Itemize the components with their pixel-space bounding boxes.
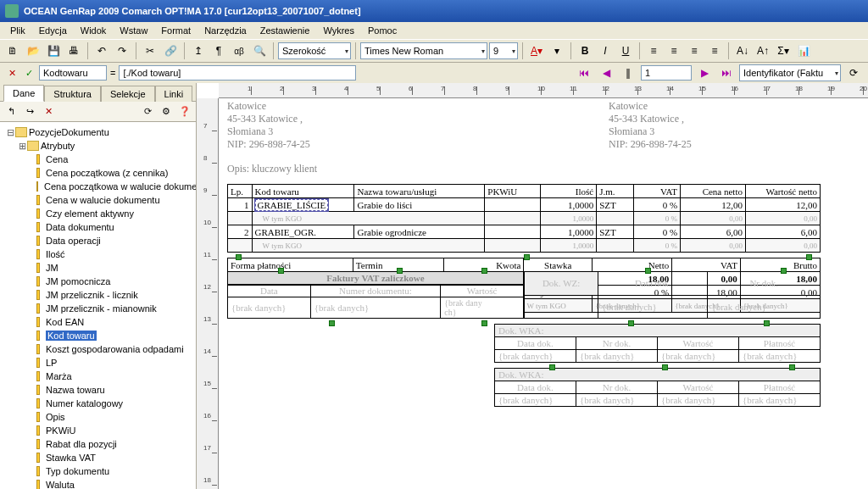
tree-item[interactable]: Cena [2, 153, 194, 166]
fontsize-dropdown[interactable]: 9 [489, 42, 518, 59]
tree-item[interactable]: Cena w walucie dokumentu [2, 193, 194, 207]
save-all-icon[interactable]: 🖶 [64, 42, 83, 60]
tree-item[interactable]: Waluta [2, 478, 194, 489]
tree-item[interactable]: Typ dokumentu [2, 464, 194, 478]
arrow-up-icon[interactable]: ↥ [189, 42, 208, 60]
document-area[interactable]: Katowice 45-343 Katowice , Słomiana 3 NI… [219, 98, 868, 489]
align-right-icon[interactable]: ≡ [685, 42, 704, 60]
nav-next-icon[interactable]: ▶ [695, 64, 714, 82]
menu-zestawienie[interactable]: Zestawienie [253, 24, 317, 37]
tree-x-icon[interactable]: ✕ [41, 104, 56, 119]
tree-up-icon[interactable]: ↰ [3, 104, 19, 119]
menu-wstaw[interactable]: Wstaw [113, 24, 154, 37]
dok-wz-table: Dok. WZ: Data dok. Nr dok. {brak danych}… [524, 271, 821, 319]
chart-icon[interactable]: 📊 [794, 42, 813, 60]
fields-tree[interactable]: ⊟PozycjeDokumentu⊞AtrybutyCenaCena począ… [0, 122, 196, 489]
col-jm: J.m. [597, 185, 634, 198]
menu-plik[interactable]: Plik [3, 24, 32, 37]
tree-item[interactable]: PKWiU [2, 424, 194, 437]
fill-color-icon[interactable]: ▾ [548, 42, 566, 60]
item-kgo-row: W tym KGO1,00000 %0,000,00 [228, 212, 821, 225]
zoom-dropdown[interactable]: Szerokość [278, 42, 351, 59]
new-icon[interactable]: 🗎 [3, 42, 22, 60]
fvz-title: Faktury VAT zaliczkowe [228, 272, 524, 285]
tree-item[interactable]: JM przelicznik - mianownik [2, 302, 194, 315]
pilcrow-icon[interactable]: ¶ [209, 42, 228, 60]
item-row: 1GRABIE_LIŚCIEGrabie do liści1,0000SZT0 … [228, 198, 821, 212]
app-icon [5, 4, 19, 18]
tree-gear-icon[interactable]: ⚙ [159, 104, 174, 119]
font-dropdown[interactable]: Times New Roman [360, 42, 487, 59]
tree-item[interactable]: Cena początkowa w walucie dokumentu [2, 180, 194, 193]
menu-wykres[interactable]: Wykres [316, 24, 361, 37]
formula-name-input[interactable] [39, 65, 107, 81]
tab-struktura[interactable]: Struktura [44, 86, 101, 102]
align-left-icon[interactable]: ≡ [644, 42, 663, 60]
tree-item[interactable]: Data dokumentu [2, 220, 194, 234]
zoom-icon[interactable]: 🔍 [250, 42, 269, 60]
tree-item[interactable]: Cena początkowa (z cennika) [2, 166, 194, 180]
nav-stop-icon[interactable]: ‖ [619, 64, 637, 82]
tree-item[interactable]: Kod towaru [2, 329, 194, 342]
tree-item[interactable]: JM pomocnicza [2, 275, 194, 288]
tree-item[interactable]: Kod EAN [2, 315, 194, 329]
tree-item[interactable]: Numer katalogowy [2, 397, 194, 410]
save-icon[interactable]: 💾 [44, 42, 63, 60]
tree-item[interactable]: Stawka VAT [2, 451, 194, 464]
items-table: Lp. Kod towaru Nazwa towaru/usługi PKWiU… [227, 184, 821, 253]
tree-help-icon[interactable]: ❓ [177, 104, 192, 119]
tab-linki[interactable]: Linki [155, 86, 193, 102]
tree-item[interactable]: JM [2, 261, 194, 275]
accept-formula-icon[interactable]: ✓ [22, 68, 36, 79]
nav-last-icon[interactable]: ⏭ [717, 64, 736, 82]
link-icon[interactable]: 🔗 [161, 42, 180, 60]
tree-item[interactable]: Koszt gospodarowania odpadami [2, 342, 194, 356]
cut-icon[interactable]: ✂ [141, 42, 159, 60]
identifier-dropdown[interactable]: Identyfikator (Faktu [739, 64, 841, 81]
sum-icon[interactable]: Σ▾ [774, 42, 793, 60]
align-justify-icon[interactable]: ≡ [705, 42, 724, 60]
col-wart: Wartość netto [746, 185, 821, 198]
italic-icon[interactable]: I [596, 42, 615, 60]
cancel-formula-icon[interactable]: ✕ [5, 68, 19, 79]
underline-icon[interactable]: U [616, 42, 635, 60]
menu-pomoc[interactable]: Pomoc [361, 24, 403, 37]
menu-edycja[interactable]: Edycja [32, 24, 74, 37]
col-nazwa: Nazwa towaru/usługi [354, 185, 485, 198]
menu-widok[interactable]: Widok [74, 24, 114, 37]
sort-asc-icon[interactable]: A↓ [733, 42, 752, 60]
formula-expr-input[interactable] [119, 65, 356, 81]
nav-pos-input[interactable] [641, 65, 692, 81]
tree-item[interactable]: Data operacji [2, 234, 194, 247]
alpha-beta-icon[interactable]: αβ [230, 42, 248, 60]
tree-item[interactable]: Rabat dla pozycji [2, 437, 194, 451]
tree-item[interactable]: JM przelicznik - licznik [2, 288, 194, 302]
tab-selekcje[interactable]: Selekcje [101, 86, 155, 102]
bold-icon[interactable]: B [576, 42, 594, 60]
menu-format[interactable]: Format [154, 24, 198, 37]
align-center-icon[interactable]: ≡ [665, 42, 683, 60]
tree-item[interactable]: Marża [2, 370, 194, 383]
undo-icon[interactable]: ↶ [92, 42, 111, 60]
open-icon[interactable]: 📂 [24, 42, 42, 60]
nav-prev-icon[interactable]: ◀ [597, 64, 615, 82]
sort-desc-icon[interactable]: A↑ [754, 42, 772, 60]
report-canvas: 1234567891011121314151617181920 78910111… [197, 83, 868, 489]
tab-dane[interactable]: Dane [3, 85, 44, 102]
tree-arrow-icon[interactable]: ↪ [22, 104, 37, 119]
nav-first-icon[interactable]: ⏮ [575, 64, 593, 82]
kod-towaru-edit[interactable]: GRABIE_LIŚCIE [255, 199, 329, 211]
refresh-icon[interactable]: ⟳ [844, 64, 863, 82]
doc-description: Opis: kluczowy klient [227, 163, 821, 175]
menu-narzedzia[interactable]: Narzędzia [198, 24, 253, 37]
tree-item[interactable]: Nazwa towaru [2, 383, 194, 397]
tree-refresh-icon[interactable]: ⟳ [140, 104, 155, 119]
main-toolbar: 🗎 📂 💾 🖶 ↶ ↷ ✂ 🔗 ↥ ¶ αβ 🔍 Szerokość Times… [0, 39, 868, 63]
tree-item[interactable]: LP [2, 356, 194, 370]
redo-icon[interactable]: ↷ [113, 42, 131, 60]
font-color-icon[interactable]: A▾ [527, 42, 546, 60]
tree-item[interactable]: Czy element aktywny [2, 207, 194, 220]
tree-item[interactable]: Ilość [2, 247, 194, 261]
left-panel: Dane Struktura Selekcje Linki ↰ ↪ ✕ ⟳ ⚙ … [0, 83, 197, 489]
tree-item[interactable]: Opis [2, 410, 194, 424]
